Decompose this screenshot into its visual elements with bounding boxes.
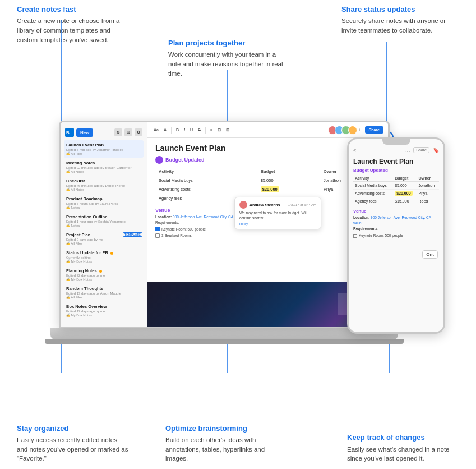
list-item[interactable]: Launch Event Plan Edited 6 min ago by Jo… — [64, 140, 144, 158]
callout-plan-projects: Plan projects together Work concurrently… — [168, 38, 286, 78]
share-status-title: Share status updates — [341, 4, 459, 15]
plan-projects-desc: Work concurrently with your team in a no… — [168, 50, 286, 78]
breakout-text: 3 Breakout Rooms — [161, 233, 192, 238]
note-tag-text: ✍ All Files — [66, 151, 141, 155]
note-tag-text: ✍ Notes — [66, 205, 141, 209]
format-underline-btn[interactable]: U — [188, 127, 195, 132]
list-item[interactable]: Planning Notes Edited 22 days ago by me … — [64, 266, 144, 283]
mobile-back-btn[interactable]: < — [353, 148, 356, 153]
sidebar-nav: Launch Event Plan Edited 6 min ago by Jo… — [61, 140, 147, 319]
grid-icon-btn[interactable]: ⊞ — [124, 128, 132, 136]
format-indent-btn[interactable]: ⊟ — [216, 127, 223, 133]
location-label: Location: — [155, 215, 172, 219]
note-title-text: Random Thoughts — [66, 286, 141, 291]
avatar-4 — [348, 126, 357, 135]
list-item[interactable]: Project Plan Edited 3 days ago by me ✍ A… — [64, 230, 144, 247]
mobile-share-btn[interactable]: Share — [413, 147, 429, 153]
note-title-text: Meeting Notes — [66, 160, 141, 165]
note-tag-text: ✍ All Files — [66, 241, 141, 245]
list-item[interactable]: Status Update for PR Currently editing ✍… — [64, 248, 144, 265]
cell-budget: $20,000 — [257, 185, 320, 194]
comment-popup: Andrew Stevens 1/30/17 at 6:47 AM We may… — [234, 197, 321, 229]
commenter-avatar — [239, 201, 247, 209]
mobile-requirements: Requirements: — [353, 226, 439, 232]
note-tag-text: ✍ My Box Notes — [66, 259, 141, 263]
requirements-label: Requirements: — [155, 220, 179, 224]
mobile-venue-location: Location: 900 Jefferson Ave, Redwood Cit… — [353, 215, 439, 226]
sidebar-top: B New ⊕ ⊞ ⚙ — [61, 126, 147, 140]
mobile-keynote-text: Keynote Room: 500 people — [359, 233, 403, 238]
callout-create-notes: Create notes fast Create a new note or c… — [17, 4, 129, 44]
format-list-btn[interactable]: ≡ — [209, 127, 214, 132]
cell-activity: Agency fees — [353, 197, 393, 205]
list-item[interactable]: Presentation Outline Edited 1 hour ago b… — [64, 212, 144, 229]
template-badge: TEMPLATE — [123, 232, 142, 237]
cell-activity: Social Media buys — [155, 176, 257, 185]
laptop-base-bottom — [45, 339, 404, 344]
mobile-col-budget: Budget — [393, 175, 417, 182]
ont-badge: Ont — [422, 250, 438, 259]
format-strike-btn[interactable]: S — [196, 127, 202, 132]
breakout-item: 3 Breakout Rooms — [155, 233, 380, 238]
share-status-desc: Securely share notes with anyone or invi… — [341, 16, 459, 35]
stay-organized-desc: Easily access recently edited notes and … — [17, 435, 129, 463]
list-item[interactable]: Checklist Edited 46 minutes ago by Danie… — [64, 176, 144, 194]
list-item[interactable]: Box Notes Overview Edited 12 days ago by… — [64, 302, 144, 319]
comment-header: Andrew Stevens 1/30/17 at 6:47 AM — [239, 201, 316, 209]
mobile-frame: < ... Share 🔖 Launch Event Plan Budget U… — [347, 137, 445, 334]
note-tag-text: ✍ All Files — [66, 295, 141, 299]
format-aa-btn[interactable]: Aa — [152, 127, 160, 132]
mobile-keynote-item: Keynote Room: 500 people — [353, 233, 439, 238]
toolbar-divider — [171, 127, 172, 134]
laptop-screen: B New ⊕ ⊞ ⚙ Launch Event Plan Edited 6 m… — [59, 121, 390, 328]
keynote-text: Keynote Room: 500 people — [161, 227, 206, 232]
budget-avatar-icon — [155, 156, 163, 164]
note-tag-text: ✍ All Notes — [66, 187, 141, 191]
list-item[interactable]: Meeting Notes Edited 32 minutes ago by S… — [64, 158, 144, 176]
format-a-underline-btn[interactable]: A — [162, 127, 168, 132]
table-row: Social Media buys $5,000 Jonathon — [353, 182, 439, 190]
comment-text: We may need to ask for more budget. Will… — [239, 210, 316, 220]
col-activity: Activity — [155, 167, 257, 176]
list-item[interactable]: Random Thoughts Edited 13 days ago by Aa… — [64, 284, 144, 301]
mobile-checkbox-icon — [353, 234, 357, 238]
mobile-venue-title: Venue — [353, 209, 439, 214]
mobile-note-title: Launch Event Plan — [353, 158, 439, 165]
new-button[interactable]: New — [76, 128, 93, 137]
note-title-text: Planning Notes — [66, 268, 141, 273]
note-title-text: Presentation Outline — [66, 214, 141, 219]
table-row: Advertising costs $20,000 Priya — [155, 185, 380, 194]
table-row: Advertising costs $20,000 Priya — [353, 190, 439, 197]
app-ui: B New ⊕ ⊞ ⚙ Launch Event Plan Edited 6 m… — [61, 122, 388, 327]
format-table-btn[interactable]: ⊞ — [224, 127, 231, 133]
mobile-section-heading: Budget Updated — [353, 168, 439, 173]
mobile-mockup: < ... Share 🔖 Launch Event Plan Budget U… — [347, 137, 445, 334]
cell-activity: Advertising costs — [155, 185, 257, 194]
mobile-bookmark-btn[interactable]: 🔖 — [433, 148, 439, 153]
reply-button[interactable]: Reply — [239, 222, 248, 226]
comment-time: 1/30/17 at 6:47 AM — [288, 203, 316, 206]
format-bold-btn[interactable]: B — [174, 127, 181, 132]
share-button[interactable]: Share — [365, 126, 383, 134]
app-sidebar: B New ⊕ ⊞ ⚙ Launch Event Plan Edited 6 m… — [61, 122, 147, 327]
optimize-title: Optimize brainstorming — [165, 424, 283, 434]
cell-activity: Social Media buys — [353, 182, 393, 190]
commenter-name: Andrew Stevens — [249, 203, 280, 207]
callout-optimize: Optimize brainstorming Build on each oth… — [165, 424, 283, 463]
mobile-header: < ... Share 🔖 — [353, 147, 439, 153]
keep-track-title: Keep track of changes — [347, 433, 459, 443]
page-wrapper: Create notes fast Create a new note or c… — [0, 0, 476, 469]
note-title-text: Product Roadmap — [66, 196, 141, 201]
app-toolbar: Aa A B I U S ≡ ⊟ ⊞ — [147, 122, 388, 138]
note-tag-text: ✍ My Box Notes — [66, 277, 141, 281]
mobile-actions: ... Share 🔖 — [405, 147, 439, 153]
list-item[interactable]: Product Roadmap Edited 5 hours ago by La… — [64, 194, 144, 211]
search-icon-btn[interactable]: ⊕ — [114, 128, 122, 136]
mobile-more-btn[interactable]: ... — [405, 147, 410, 153]
note-main-title: Launch Event Plan — [155, 144, 380, 153]
laptop-base — [50, 328, 398, 339]
location-value[interactable]: 900 Jefferson Ave, Redwood City, CA 9406… — [173, 215, 244, 219]
budget-section-heading: Budget Updated — [155, 156, 380, 164]
format-italic-btn[interactable]: I — [182, 127, 187, 132]
settings-icon-btn[interactable]: ⚙ — [135, 128, 142, 136]
